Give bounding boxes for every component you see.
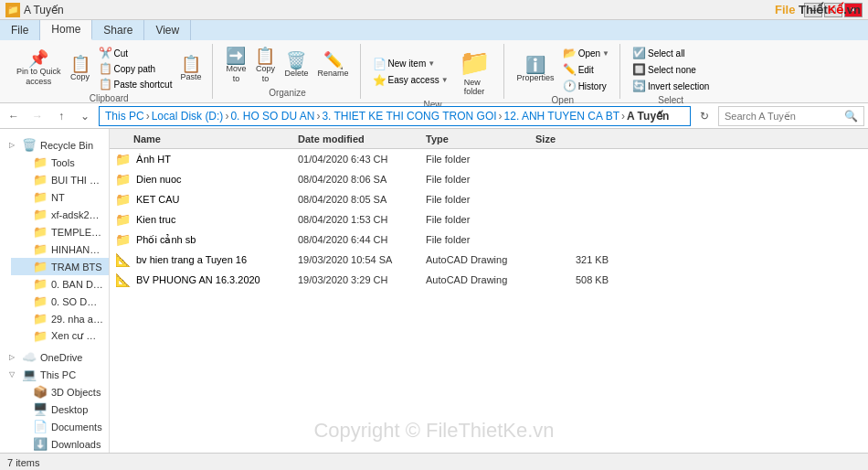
sidebar-item-tram-bts[interactable]: 📁 TRAM BTS [11, 258, 109, 275]
recent-button[interactable]: ⌄ [75, 106, 95, 126]
tab-view[interactable]: View [144, 20, 191, 40]
sidebar-item-this-pc[interactable]: ▽ 💻 This PC [0, 366, 109, 383]
select-group: ☑️ Select all 🔲 Select none 🔄 Invert sel… [622, 44, 719, 99]
column-name[interactable]: Name [115, 134, 298, 144]
back-button[interactable]: ← [4, 106, 24, 126]
sidebar-item-hinhanh[interactable]: 📁 HINHANH BC ... [11, 240, 109, 258]
sidebar-item-xen-cu[interactable]: 📁 Xen cư Quảng Ch... [11, 327, 109, 345]
column-type[interactable]: Type [426, 134, 535, 144]
table-row[interactable]: 📁 Phối cảnh sb 08/04/2020 6:44 CH File f… [110, 230, 868, 250]
open-button[interactable]: 📂 Open ▼ [560, 46, 612, 60]
sidebar-item-3d-objects[interactable]: 📦 3D Objects [11, 383, 109, 401]
downloads-icon: ⬇️ [33, 437, 48, 451]
select-all-button[interactable]: ☑️ Select all [630, 46, 712, 60]
3d-objects-icon: 📦 [33, 385, 48, 399]
folder-icon: 📁 [115, 172, 131, 187]
sidebar: ▷ 🗑️ Recycle Bin 📁 Tools 📁 BUI THI HIEN … [0, 129, 110, 453]
history-button[interactable]: 🕐 History [560, 79, 612, 93]
invert-selection-button[interactable]: 🔄 Invert selection [630, 79, 712, 93]
sidebar-item-ban-do-cac[interactable]: 📁 0. BAN DO CAC... [11, 275, 109, 293]
move-to-button[interactable]: ➡️ Moveto [222, 46, 249, 86]
table-row[interactable]: 📁 Dien nuoc 08/04/2020 8:06 SA File fold… [110, 169, 868, 189]
address-path[interactable]: This PC › Local Disk (D:) › 0. HO SO DU … [99, 106, 691, 126]
recycle-bin-icon: 🗑️ [22, 138, 37, 152]
search-input[interactable] [725, 111, 844, 122]
up-button[interactable]: ↑ [51, 106, 71, 126]
select-label: Select [658, 95, 683, 105]
autocad-icon: 📐 [115, 272, 131, 287]
table-row[interactable]: 📐 bv hien trang a Tuyen 16 19/03/2020 10… [110, 250, 868, 270]
forward-button[interactable]: → [27, 106, 48, 126]
new-folder-button[interactable]: 📁 Newfolder [453, 46, 496, 98]
properties-icon: ℹ️ [525, 57, 545, 73]
sidebar-item-nha-anh-tuyen[interactable]: 📁 29. nha anh tuye... [11, 310, 109, 327]
cut-button[interactable]: ✂️ Cut [96, 46, 175, 60]
table-row[interactable]: 📁 KET CAU 08/04/2020 8:05 SA File folder [110, 189, 868, 209]
delete-icon: 🗑️ [286, 52, 306, 69]
open-icon: 📂 [563, 47, 577, 59]
copy-path-button[interactable]: 📋 Copy path [96, 61, 175, 76]
delete-button[interactable]: 🗑️ Delete [281, 50, 312, 80]
column-size[interactable]: Size [535, 134, 609, 144]
sidebar-item-nt[interactable]: 📁 NT [11, 188, 109, 206]
tab-share[interactable]: Share [92, 20, 144, 40]
logo-file: File [775, 3, 795, 16]
select-none-button[interactable]: 🔲 Select none [630, 62, 712, 77]
rename-button[interactable]: ✏️ Rename [314, 50, 353, 80]
table-row[interactable]: 📁 Ảnh HT 01/04/2020 6:43 CH File folder [110, 149, 868, 169]
tab-home[interactable]: Home [40, 20, 92, 40]
copy-icon: 📋 [70, 56, 90, 72]
paste-button[interactable]: 📋 Paste [176, 54, 205, 84]
new-group: 📄 New item ▼ ⭐ Easy access ▼ 📁 Newfolder… [363, 44, 504, 99]
item-count: 7 items [7, 457, 39, 468]
sidebar-item-tools[interactable]: 📁 Tools [11, 154, 109, 171]
new-item-button[interactable]: 📄 New item ▼ [370, 57, 451, 71]
edit-button[interactable]: ✏️ Edit [560, 62, 612, 77]
column-modified[interactable]: Date modified [298, 134, 426, 144]
app-icon: 📁 [5, 3, 20, 17]
search-box[interactable]: 🔍 [718, 106, 864, 126]
easy-access-button[interactable]: ⭐ Easy access ▼ [370, 73, 451, 88]
expand-icon: ▽ [9, 370, 18, 379]
clipboard-buttons: 📌 Pin to Quickaccess 📋 Copy ✂️ Cut 📋 Cop… [13, 46, 205, 91]
paste-shortcut-button[interactable]: 📋 Paste shortcut [96, 77, 175, 91]
path-this-pc[interactable]: This PC [105, 110, 144, 123]
refresh-button[interactable]: ↻ [694, 106, 715, 126]
path-thiet-ke[interactable]: 3. THIET KE THI CONG TRON GOI [322, 110, 496, 123]
logo: File ThiếtKế.vn [775, 3, 861, 16]
file-name-cell: 📁 Kien truc [115, 212, 298, 227]
folder-icon: 📁 [33, 208, 48, 221]
sidebar-item-downloads[interactable]: ⬇️ Downloads [11, 435, 109, 453]
sidebar-item-so-do[interactable]: 📁 0. SO DO TAI DI... [11, 293, 109, 310]
table-row[interactable]: 📁 Kien truc 08/04/2020 1:53 CH File fold… [110, 209, 868, 230]
folder-icon: 📁 [33, 225, 48, 239]
sidebar-item-onedrive[interactable]: ▷ ☁️ OneDrive [0, 348, 109, 366]
sidebar-item-templete[interactable]: 📁 TEMPLETE NH... [11, 223, 109, 240]
clipboard-label: Clipboard [90, 93, 129, 103]
rename-icon: ✏️ [323, 52, 344, 69]
sidebar-item-xf-adsk2019[interactable]: 📁 xf-adsk2019_J... [11, 206, 109, 223]
sidebar-item-bui-thi-hien[interactable]: 📁 BUI THI HIEN ... [11, 171, 109, 188]
select-none-icon: 🔲 [632, 63, 646, 76]
path-local-disk-d[interactable]: Local Disk (D:) [152, 110, 224, 123]
pin-quick-access-button[interactable]: 📌 Pin to Quickaccess [13, 48, 65, 89]
tab-file[interactable]: File [0, 20, 40, 40]
path-ho-so-du-an[interactable]: 0. HO SO DU AN [230, 110, 314, 123]
properties-button[interactable]: ℹ️ Properties [513, 55, 558, 85]
search-icon: 🔍 [844, 110, 858, 123]
sidebar-item-documents[interactable]: 📄 Documents [11, 418, 109, 435]
logo-thiet: Thiết [795, 3, 827, 16]
table-row[interactable]: 📐 BV PHUONG AN 16.3.2020 19/03/2020 3:29… [110, 270, 868, 290]
paste-icon: 📋 [181, 56, 201, 72]
folder-icon: 📁 [33, 242, 48, 256]
this-pc-icon: 💻 [22, 368, 37, 381]
select-all-icon: ☑️ [632, 47, 646, 59]
ribbon: File Home Share View 📌 Pin to Quickacces… [0, 20, 868, 103]
folder-icon: 📁 [33, 190, 48, 204]
sidebar-item-recycle-bin[interactable]: ▷ 🗑️ Recycle Bin [0, 136, 109, 154]
sidebar-item-desktop[interactable]: 🖥️ Desktop [11, 401, 109, 418]
copy-to-button[interactable]: 📋 Copyto [251, 46, 279, 86]
logo-vn: .vn [843, 3, 861, 16]
path-anh-tuyen[interactable]: 12. ANH TUYEN CA BT [504, 110, 620, 123]
copy-button[interactable]: 📋 Copy [67, 54, 94, 84]
